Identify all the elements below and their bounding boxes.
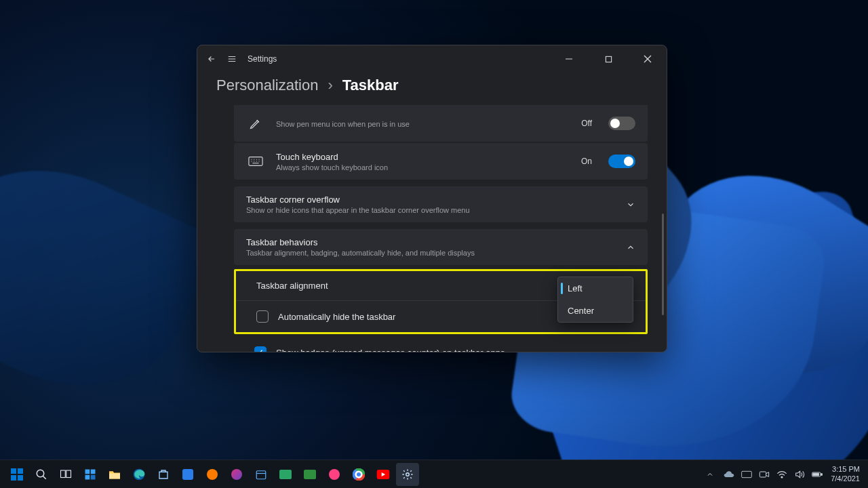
settings-window: Settings Personalization › Taskbar Show …	[197, 45, 667, 352]
app-icon[interactable]	[298, 463, 321, 486]
maximize-button[interactable]	[593, 48, 623, 70]
svg-rect-4	[606, 56, 611, 62]
section-subtitle: Show or hide icons that appear in the ta…	[246, 206, 626, 214]
svg-rect-17	[11, 468, 16, 474]
task-view-icon[interactable]	[54, 463, 77, 486]
touch-keyboard-toggle[interactable]	[608, 155, 635, 168]
svg-rect-24	[66, 470, 71, 478]
time-label: 3:15 PM	[831, 465, 860, 474]
svg-rect-27	[85, 474, 90, 479]
onedrive-icon[interactable]	[724, 469, 734, 480]
app-icon[interactable]	[176, 463, 199, 486]
section-taskbar-behaviors[interactable]: Taskbar behaviors Taskbar alignment, bad…	[234, 229, 648, 265]
breadcrumb-parent[interactable]: Personalization	[216, 77, 318, 94]
section-title: Taskbar behaviors	[246, 237, 626, 247]
close-button[interactable]	[633, 48, 663, 70]
svg-line-22	[43, 476, 46, 479]
store-icon[interactable]	[152, 463, 175, 486]
volume-icon[interactable]	[794, 469, 805, 480]
alignment-dropdown[interactable]: Left Center	[557, 277, 633, 323]
svg-rect-26	[91, 469, 96, 474]
section-title: Taskbar corner overflow	[246, 195, 626, 205]
app-icon[interactable]	[323, 463, 346, 486]
highlighted-region: Taskbar alignment Left Center Automatica…	[234, 269, 648, 334]
dropdown-option-center[interactable]: Center	[558, 300, 633, 322]
badges-checkbox[interactable]	[254, 346, 267, 352]
meet-now-icon[interactable]	[759, 469, 770, 480]
file-explorer-icon[interactable]	[103, 463, 126, 486]
svg-rect-23	[61, 470, 66, 478]
svg-rect-41	[760, 472, 766, 477]
breadcrumb-current: Taskbar	[342, 77, 399, 94]
settings-app-icon[interactable]	[396, 463, 419, 486]
setting-subtitle: Always show touch keyboard icon	[276, 163, 570, 171]
svg-rect-44	[821, 473, 823, 474]
setting-row-touch-keyboard[interactable]: Touch keyboard Always show touch keyboar…	[234, 143, 648, 180]
date-label: 7/4/2021	[831, 474, 860, 483]
keyboard-icon	[246, 156, 265, 167]
svg-rect-28	[91, 474, 96, 479]
keyboard-tray-icon[interactable]	[741, 469, 752, 480]
dropdown-option-left[interactable]: Left	[558, 277, 633, 300]
start-button[interactable]	[5, 463, 28, 486]
svg-point-39	[406, 472, 410, 476]
chevron-up-icon[interactable]	[705, 469, 715, 480]
svg-point-37	[357, 472, 361, 476]
show-badges-row[interactable]: Show badges (unread messages counter) on…	[234, 338, 648, 352]
setting-title: Touch keyboard	[276, 152, 570, 162]
autohide-checkbox[interactable]	[256, 310, 269, 323]
svg-rect-45	[813, 473, 819, 476]
widgets-icon[interactable]	[79, 463, 102, 486]
battery-icon[interactable]	[812, 469, 823, 480]
svg-point-42	[781, 476, 783, 478]
window-title: Settings	[248, 54, 277, 64]
scrollbar[interactable]	[662, 214, 664, 315]
clock[interactable]: 3:15 PM 7/4/2021	[831, 465, 863, 483]
system-tray: 3:15 PM 7/4/2021	[705, 465, 863, 483]
chevron-right-icon: ›	[328, 77, 332, 94]
svg-rect-18	[18, 468, 23, 474]
autohide-label: Automatically hide the taskbar	[278, 312, 395, 322]
svg-rect-31	[256, 470, 266, 479]
app-icon[interactable]	[201, 463, 224, 486]
settings-content: Show pen menu icon when pen is in use Of…	[197, 105, 667, 352]
back-icon[interactable]	[207, 54, 216, 64]
svg-rect-25	[85, 469, 90, 474]
section-corner-overflow[interactable]: Taskbar corner overflow Show or hide ico…	[234, 186, 648, 222]
badges-label: Show badges (unread messages counter) on…	[276, 348, 505, 352]
wifi-icon[interactable]	[776, 469, 787, 480]
svg-point-21	[37, 470, 44, 477]
chevron-up-icon	[626, 243, 635, 252]
breadcrumb: Personalization › Taskbar	[197, 73, 667, 105]
svg-rect-29	[109, 473, 120, 479]
menu-icon[interactable]	[227, 54, 237, 64]
section-subtitle: Taskbar alignment, badging, automaticall…	[246, 249, 626, 257]
setting-row-pen[interactable]: Show pen menu icon when pen is in use Of…	[234, 105, 648, 142]
pen-toggle[interactable]	[608, 117, 635, 130]
youtube-icon[interactable]	[372, 463, 395, 486]
setting-subtitle: Show pen menu icon when pen is in use	[276, 120, 570, 128]
edge-icon[interactable]	[127, 463, 151, 486]
pen-icon	[246, 117, 265, 130]
svg-rect-7	[249, 157, 262, 166]
minimize-button[interactable]	[554, 48, 584, 70]
alignment-label: Taskbar alignment	[256, 281, 328, 291]
chevron-down-icon	[626, 200, 635, 209]
app-icon[interactable]	[225, 463, 248, 486]
toggle-state-label: On	[581, 157, 592, 166]
svg-rect-40	[742, 471, 752, 477]
taskbar-alignment-row[interactable]: Taskbar alignment Left Center	[236, 271, 646, 300]
svg-rect-19	[11, 475, 16, 481]
toggle-state-label: Off	[581, 119, 592, 128]
taskbar: 3:15 PM 7/4/2021	[0, 460, 868, 488]
search-icon[interactable]	[30, 463, 53, 486]
calendar-icon[interactable]	[250, 463, 273, 486]
app-icon[interactable]	[274, 463, 297, 486]
titlebar: Settings	[197, 45, 667, 73]
svg-rect-20	[18, 475, 23, 481]
chrome-icon[interactable]	[347, 463, 370, 486]
